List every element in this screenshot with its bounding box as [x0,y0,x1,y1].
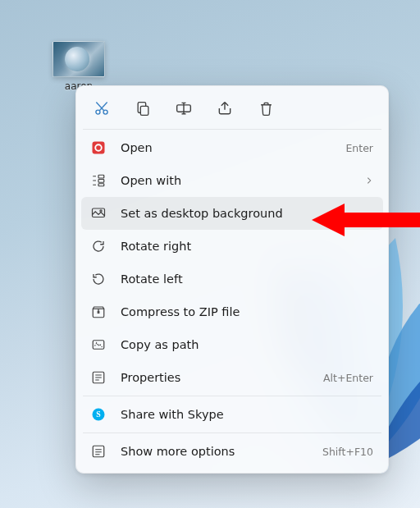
menu-item-properties[interactable]: Properties Alt+Enter [81,361,383,394]
svg-point-1 [103,110,107,114]
skype-icon: S [89,406,107,423]
svg-rect-15 [93,446,104,457]
svg-rect-11 [93,341,104,350]
open-with-icon [89,172,107,189]
zip-icon [89,304,107,320]
rename-icon[interactable] [175,99,193,117]
menu-hint: Shift+F10 [322,446,373,458]
menu-item-show-more-options[interactable]: Show more options Shift+F10 [81,435,383,468]
image-thumbnail [52,41,105,77]
share-icon[interactable] [216,99,234,117]
menu-item-open-with[interactable]: Open with [81,164,383,197]
menu-label: Open with [121,174,365,187]
svg-rect-8 [98,184,104,186]
desktop-background-icon [89,205,107,222]
menu-item-copy-as-path[interactable]: Copy as path [81,328,383,361]
menu-item-rotate-left[interactable]: Rotate left [81,263,383,295]
menu-item-compress-zip[interactable]: Compress to ZIP file [81,295,383,328]
copy-icon[interactable] [134,99,152,117]
cut-icon[interactable] [93,99,111,117]
menu-label: Set as desktop background [121,207,373,220]
separator [83,432,381,433]
rotate-left-icon [89,271,107,287]
delete-icon[interactable] [257,99,275,117]
svg-point-0 [96,110,100,114]
menu-item-share-with-skype[interactable]: S Share with Skype [81,398,383,431]
context-menu: Open Enter Open with Set as desktop back… [75,85,389,474]
menu-label: Show more options [121,445,322,458]
menu-item-rotate-right[interactable]: Rotate right [81,230,383,263]
menu-label: Rotate left [121,272,373,286]
menu-label: Copy as path [121,338,373,351]
svg-point-10 [100,210,102,212]
open-app-icon [89,140,107,156]
menu-label: Properties [121,371,323,384]
svg-rect-6 [98,175,104,178]
properties-icon [89,369,107,386]
desktop-file-icon[interactable]: aaron [49,41,108,92]
menu-label: Share with Skype [121,408,373,421]
menu-hint: Alt+Enter [323,372,373,384]
menu-label: Open [121,141,345,154]
menu-item-open[interactable]: Open Enter [81,131,383,164]
menu-label: Compress to ZIP file [121,305,373,318]
copy-path-icon [89,336,107,353]
menu-label: Rotate right [121,240,373,253]
menu-hint: Enter [345,142,373,154]
svg-rect-2 [140,106,148,115]
separator [83,129,381,130]
quick-action-row [81,91,383,127]
more-options-icon [89,443,107,460]
svg-rect-4 [93,142,105,154]
svg-text:S: S [96,410,101,419]
rotate-right-icon [89,238,107,254]
separator [83,396,381,396]
svg-rect-7 [98,180,104,183]
chevron-right-icon [365,176,373,185]
menu-item-set-desktop-background[interactable]: Set as desktop background [81,197,383,230]
